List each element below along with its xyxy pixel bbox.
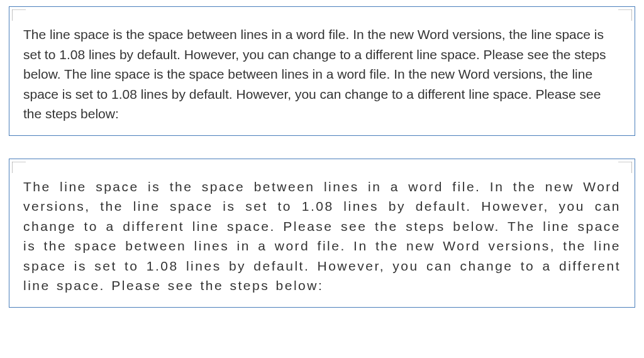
margin-marker-top-left-icon bbox=[12, 162, 27, 174]
paragraph-text-expanded[interactable]: The line space is the space between line… bbox=[23, 177, 621, 296]
text-box-2[interactable]: The line space is the space between line… bbox=[9, 159, 635, 308]
text-box-1[interactable]: The line space is the space between line… bbox=[9, 6, 635, 136]
margin-marker-top-right-icon bbox=[617, 9, 632, 22]
paragraph-text[interactable]: The line space is the space between line… bbox=[23, 25, 621, 124]
margin-marker-top-left-icon bbox=[12, 9, 27, 22]
margin-marker-top-right-icon bbox=[617, 162, 632, 174]
